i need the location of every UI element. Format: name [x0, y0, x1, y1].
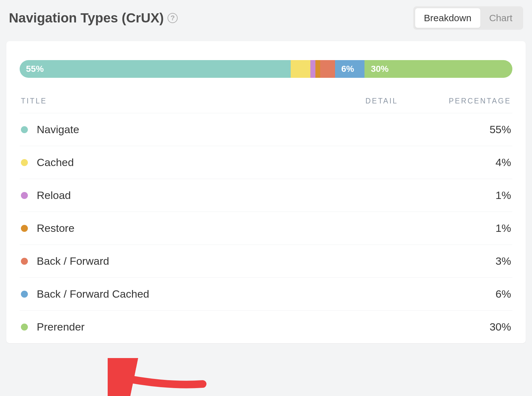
table-row: Navigate55%	[20, 113, 512, 146]
row-title-label: Cached	[37, 156, 74, 169]
legend-dot-icon	[21, 159, 28, 166]
row-title-label: Back / Forward	[37, 255, 109, 267]
table-row: Back / Forward Cached6%	[20, 278, 512, 311]
row-title-label: Navigate	[37, 123, 79, 136]
row-percentage-cell: 1%	[429, 222, 511, 234]
bar-segment	[310, 60, 315, 78]
arrow-annotation-icon	[108, 358, 209, 396]
row-percentage-cell: 30%	[429, 321, 511, 333]
page-title: Navigation Types (CrUX)	[9, 10, 164, 26]
row-title-label: Back / Forward Cached	[37, 288, 149, 300]
legend-dot-icon	[21, 126, 28, 133]
row-title-label: Prerender	[37, 321, 85, 333]
row-percentage-cell: 55%	[429, 123, 511, 136]
row-percentage-cell: 4%	[429, 156, 511, 169]
bar-segment: 30%	[364, 60, 512, 78]
panel-header: Navigation Types (CrUX) ? Breakdown Char…	[6, 6, 526, 30]
row-title-cell: Prerender	[21, 321, 365, 333]
legend-dot-icon	[21, 258, 28, 265]
row-percentage-cell: 1%	[429, 189, 511, 201]
row-title-cell: Navigate	[21, 123, 365, 136]
table-row: Restore1%	[20, 212, 512, 245]
stacked-bar-chart: 55%6%30%	[20, 60, 512, 78]
table-row: Cached4%	[20, 146, 512, 179]
row-percentage-cell: 6%	[429, 288, 511, 300]
column-percentage-header: PERCENTAGE	[429, 97, 511, 105]
legend-dot-icon	[21, 324, 28, 331]
table-row: Back / Forward3%	[20, 245, 512, 278]
breakdown-toggle-button[interactable]: Breakdown	[415, 8, 480, 28]
bar-segment: 6%	[335, 60, 364, 78]
chart-toggle-button[interactable]: Chart	[480, 8, 521, 28]
table-row: Prerender30%	[20, 311, 512, 343]
table-header: TITLE DETAIL PERCENTAGE	[20, 97, 512, 113]
bar-segment	[320, 60, 335, 78]
row-title-label: Restore	[37, 222, 74, 234]
row-title-cell: Back / Forward	[21, 255, 365, 267]
row-percentage-cell: 3%	[429, 255, 511, 267]
row-title-cell: Restore	[21, 222, 365, 234]
breakdown-card: 55%6%30% TITLE DETAIL PERCENTAGE Navigat…	[6, 41, 526, 343]
help-icon[interactable]: ?	[168, 13, 178, 23]
row-title-cell: Reload	[21, 189, 365, 201]
row-title-cell: Cached	[21, 156, 365, 169]
legend-dot-icon	[21, 192, 28, 199]
bar-segment: 55%	[20, 60, 291, 78]
column-detail-header: DETAIL	[365, 97, 429, 105]
table-body: Navigate55%Cached4%Reload1%Restore1%Back…	[20, 113, 512, 343]
legend-dot-icon	[21, 225, 28, 232]
column-title-header: TITLE	[21, 97, 365, 105]
title-wrap: Navigation Types (CrUX) ?	[9, 10, 178, 26]
bar-segment	[291, 60, 310, 78]
view-toggle: Breakdown Chart	[413, 6, 523, 30]
table-row: Reload1%	[20, 179, 512, 212]
bar-segment	[315, 60, 320, 78]
legend-dot-icon	[21, 291, 28, 298]
row-title-label: Reload	[37, 189, 71, 201]
row-title-cell: Back / Forward Cached	[21, 288, 365, 300]
